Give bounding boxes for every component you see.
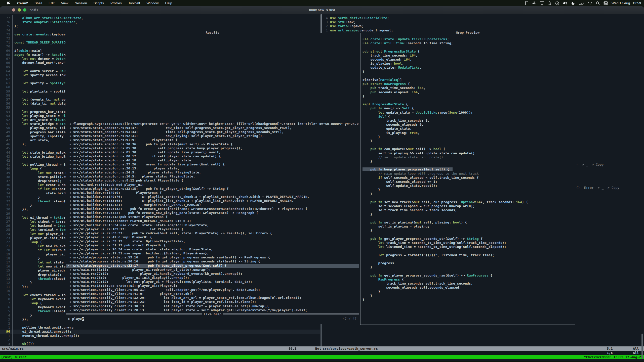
battery-icon[interactable] <box>579 2 584 5</box>
result-row[interactable]: ●flamegraph.svg:415:971820:]]></script><… <box>66 122 359 126</box>
result-row[interactable]: ●src/state/state_adaptor.rs:85:38: self.… <box>66 146 359 150</box>
menu-item-toolbelt[interactable]: Toolbelt <box>125 1 143 5</box>
result-row[interactable]: ●src/state/state_adaptor.rs:24:9: player… <box>66 170 359 174</box>
volume-icon[interactable] <box>563 1 568 5</box>
result-row[interactable]: ●src/state/state_adaptor.rs:16:5: player… <box>66 174 359 178</box>
preview-code-line: pub struct ProgressBarState { <box>363 50 574 54</box>
result-row[interactable]: ●src/main.rs:81:13: player_ui.redraw(new… <box>66 268 359 272</box>
result-row[interactable]: ●src/main.rs:72:17: let mut player_ui = … <box>66 280 359 284</box>
result-row[interactable]: ●src/ui/player_ui.rs:83:37: pub fn redra… <box>66 231 359 235</box>
result-row[interactable]: ●src/services/spotify_client.rs:41:9: pl… <box>66 292 359 296</box>
result-row[interactable]: ●src/state/state_adaptor.rs:94:47: raw_t… <box>66 126 359 130</box>
result-row[interactable]: ●src/ui/builder.rs:149:9: PlayerAreas { <box>66 191 359 195</box>
result-row[interactable]: ●src/main.rs:15:16:use crate::ui::player… <box>66 284 359 288</box>
grep-preview-panel[interactable]: Grep Preview use crate::state::update_ti… <box>360 33 575 325</box>
menu-item-help[interactable]: Help <box>162 1 175 5</box>
menu-bar-clock[interactable]: Wed 17 Aug 13:59 <box>612 1 641 5</box>
control-center-icon[interactable] <box>603 1 608 5</box>
code-line: use serde_derive::Deserialize; <box>330 16 644 20</box>
display-icon[interactable] <box>540 1 544 5</box>
result-row[interactable]: ●src/ui/mod.rs:3:9:pub mod player_ui; <box>66 183 359 187</box>
result-row[interactable]: ●src/services/spotify_client.rs:28:13: l… <box>66 308 359 312</box>
result-row[interactable]: ●src/services/spotify_client.rs:30:13: l… <box>66 304 359 308</box>
result-row[interactable]: ●src/services/spotify_client.rs:31:23: l… <box>66 300 359 304</box>
moon-icon[interactable] <box>571 1 575 5</box>
result-row[interactable]: ●src/ui/builder.rs:140:76: x: playlist_c… <box>66 195 359 199</box>
record-icon[interactable] <box>555 1 559 5</box>
line-number: 3 <box>0 318 10 322</box>
preview-code-line: track_time_seconds: self.track_time_seco… <box>363 282 574 286</box>
search-icon[interactable] <box>596 1 600 5</box>
wifi-icon[interactable] <box>588 2 592 5</box>
menu-item-profiles[interactable]: Profiles <box>107 1 125 5</box>
result-row[interactable]: ●src/state/state_adaptor.rs:8:12:pub str… <box>66 178 359 183</box>
preview-code-line: let progress = format!("{}/{}", listened… <box>363 253 574 257</box>
line-number: 66 <box>0 61 10 65</box>
result-row[interactable]: ●src/state/state_adaptor.rs:46:18: self.… <box>66 158 359 162</box>
telescope-results-panel[interactable]: Results ●flamegraph.svg:415:971820:]]></… <box>66 33 359 314</box>
fan-icon[interactable] <box>532 1 536 5</box>
result-row[interactable]: ●src/state/state_adaptor.rs:30:13: playe… <box>66 166 359 170</box>
live-grep-input[interactable]: > player <box>68 317 357 321</box>
result-row[interactable]: ●src/state/state_adaptor.rs:92:31: now_p… <box>66 134 359 138</box>
result-row[interactable]: >●src/state/progress_state.rs:33:17: pub… <box>66 264 359 268</box>
result-row[interactable]: ●src/ui/builder.rs:15:34:use crate::stat… <box>66 223 359 227</box>
result-row[interactable]: ●src/state/state_adaptor.rs:37:26: async… <box>66 162 359 166</box>
apple-icon[interactable] <box>4 1 14 5</box>
preview-code-line: pub seconds_elapsed: i64, <box>363 90 574 94</box>
result-row[interactable]: ●src/ui/player_ui.rs:109:17: let PlayerA… <box>66 227 359 231</box>
result-row[interactable]: ●src/state/state_adaptor.rs:90:36: pub f… <box>66 142 359 146</box>
result-row[interactable]: ●src/ui/builder.rs:112:21: .margin(PLAYE… <box>66 203 359 207</box>
result-row[interactable]: ●src/ui/player_ui.rs:31:12:pub struct Pl… <box>66 243 359 247</box>
result-row[interactable]: ●src/state/progress_state.rs:59:16: pub … <box>66 255 359 259</box>
result-row[interactable]: ●src/services/spotify_client.rs:95:31: s… <box>66 288 359 292</box>
result-row[interactable]: ●src/state/state_adaptor.rs:91:9: Player… <box>66 138 359 142</box>
menu-item-edit[interactable]: Edit <box>45 1 58 5</box>
preview-code-line: track_time_seconds: i64, <box>363 54 574 58</box>
result-row[interactable]: ●src/state/progress_state.rs:50:16: pub … <box>66 259 359 263</box>
preview-code-line: } <box>363 229 574 233</box>
result-row[interactable]: ●src/ui/builder.rs:108:82: pub fn create… <box>66 207 359 211</box>
line-number: 40 <box>0 167 10 171</box>
result-bullet-icon: ● <box>66 216 73 218</box>
preview-code-line: } <box>363 188 574 192</box>
result-row[interactable]: ●src/main.rs:73:9: player_ui.init_displa… <box>66 276 359 280</box>
line-number: 68 <box>0 53 10 57</box>
result-row[interactable]: ●src/ui/player_ui.rs:20:34:use crate::st… <box>66 247 359 251</box>
menu-item-app[interactable]: iTerm2 <box>14 1 31 5</box>
menu-item-view[interactable]: View <box>58 1 72 5</box>
iphone-mirroring-icon[interactable] <box>525 1 528 5</box>
preview-code-line: // self.update_state.can_update() <box>363 155 574 159</box>
live-grep-prompt-panel[interactable]: Live Grep > player 47 / 47 <box>66 314 359 324</box>
preview-code-line: } <box>363 70 574 74</box>
menu-item-scripts[interactable]: Scripts <box>90 1 107 5</box>
result-row[interactable]: ●src/state/playing_state.rs:33:15: pub f… <box>66 187 359 191</box>
menu-item-session[interactable]: Session <box>72 1 90 5</box>
window-title-bar[interactable]: ⌥⌘1 tmux new -s rust <box>0 6 644 14</box>
rocket-icon[interactable] <box>548 1 551 5</box>
result-row[interactable]: ●src/ui/player_ui.rs:39:19: state: Optio… <box>66 239 359 243</box>
result-row[interactable]: ●src/state/state_adaptor.rs:80:17: if se… <box>66 154 359 158</box>
result-row[interactable]: ●src/state/state_adaptor.rs:93:43: time:… <box>66 130 359 134</box>
tmux-status-bar: [rust] 0:zsh* "C02FVBVXMD6M" 13:59 17-Au… <box>0 355 644 359</box>
result-row[interactable]: ●src/main.rs:77:17: player_ui.handle_key… <box>66 272 359 276</box>
tmux-session-window[interactable]: [rust] 0:zsh* <box>1 355 27 359</box>
result-row[interactable]: ●src/ui/builder.rs:95:44: pub fn create_… <box>66 211 359 215</box>
result-row[interactable]: ●src/ui/player_ui.rs:17:31:use super::bu… <box>66 251 359 255</box>
result-row[interactable]: ●src/ui/player_ui.rs:42:6:impl PlayerUi … <box>66 235 359 239</box>
line-number: 30 <box>0 207 10 211</box>
line-number: 51 <box>0 122 10 126</box>
result-row[interactable]: ●src/ui/builder.rs:133:68: x: playlist_l… <box>66 199 359 203</box>
result-row[interactable]: ●src/ui/builder.rs:19:12:pub struct Play… <box>66 215 359 219</box>
preview-code-line: RawProgress { <box>363 278 574 282</box>
scrollbar-thumb[interactable] <box>641 334 643 359</box>
result-row[interactable]: ●src/services/spotify_client.rs:32:29: l… <box>66 296 359 300</box>
result-row[interactable]: ●src/ui/builder.rs:17:7:const PLAYER_DEF… <box>66 219 359 223</box>
menu-item-shell[interactable]: Shell <box>31 1 45 5</box>
preview-code-line <box>363 249 574 253</box>
menu-item-window[interactable]: Window <box>143 1 162 5</box>
preview-code-line: } <box>363 159 574 163</box>
right-pane-cursor-position: 5,1 <box>607 346 613 351</box>
result-row[interactable]: ●src/state/state_adaptor.rs:81:30: self.… <box>66 150 359 154</box>
terminal[interactable]: 77 album_art_state::AlbumArtState,76 sta… <box>0 14 644 361</box>
